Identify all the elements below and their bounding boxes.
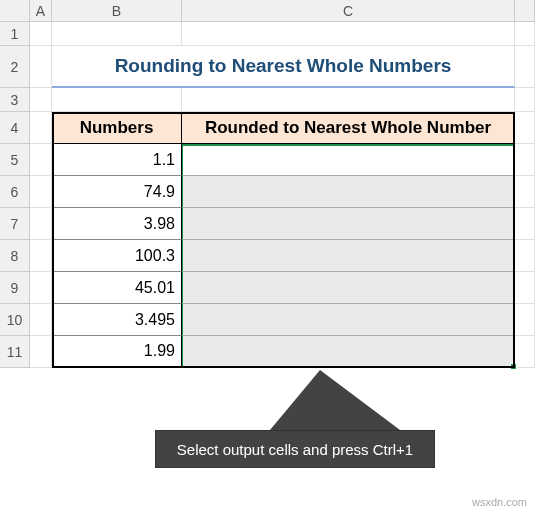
cell-b3[interactable] xyxy=(52,88,182,112)
table-header-numbers[interactable]: Numbers xyxy=(52,112,182,144)
col-header-c[interactable]: C xyxy=(182,0,515,22)
cell-d11[interactable] xyxy=(515,336,535,368)
row-header-5[interactable]: 5 xyxy=(0,144,30,176)
cell-d8[interactable] xyxy=(515,240,535,272)
watermark-text: wsxdn.com xyxy=(472,496,527,508)
spreadsheet-grid[interactable]: A B C 1 2 3 4 5 6 7 8 9 10 11 Rounding t… xyxy=(0,0,535,368)
col-header-blank xyxy=(515,0,535,22)
select-all-corner[interactable] xyxy=(0,0,30,22)
cell-d4[interactable] xyxy=(515,112,535,144)
cell-a7[interactable] xyxy=(30,208,52,240)
cell-b1[interactable] xyxy=(52,22,182,46)
cell-c5[interactable] xyxy=(182,144,515,176)
cell-d2[interactable] xyxy=(515,46,535,88)
cell-c10[interactable] xyxy=(182,304,515,336)
cell-b7[interactable]: 3.98 xyxy=(52,208,182,240)
cell-a10[interactable] xyxy=(30,304,52,336)
cell-b10[interactable]: 3.495 xyxy=(52,304,182,336)
cell-a2[interactable] xyxy=(30,46,52,88)
cell-b11[interactable]: 1.99 xyxy=(52,336,182,368)
cell-d7[interactable] xyxy=(515,208,535,240)
cell-b9[interactable]: 45.01 xyxy=(52,272,182,304)
cell-a9[interactable] xyxy=(30,272,52,304)
cell-c8[interactable] xyxy=(182,240,515,272)
cell-a8[interactable] xyxy=(30,240,52,272)
cell-c7[interactable] xyxy=(182,208,515,240)
cell-d6[interactable] xyxy=(515,176,535,208)
row-header-9[interactable]: 9 xyxy=(0,272,30,304)
cell-d5[interactable] xyxy=(515,144,535,176)
fill-handle[interactable] xyxy=(510,363,517,370)
cell-b6[interactable]: 74.9 xyxy=(52,176,182,208)
cell-b5[interactable]: 1.1 xyxy=(52,144,182,176)
cell-a11[interactable] xyxy=(30,336,52,368)
col-header-a[interactable]: A xyxy=(30,0,52,22)
cell-c6[interactable] xyxy=(182,176,515,208)
row-header-2[interactable]: 2 xyxy=(0,46,30,88)
cell-a3[interactable] xyxy=(30,88,52,112)
row-header-6[interactable]: 6 xyxy=(0,176,30,208)
table-header-rounded[interactable]: Rounded to Nearest Whole Number xyxy=(182,112,515,144)
cell-c9[interactable] xyxy=(182,272,515,304)
row-header-7[interactable]: 7 xyxy=(0,208,30,240)
callout-arrow-icon xyxy=(270,370,400,430)
cell-a1[interactable] xyxy=(30,22,52,46)
col-header-b[interactable]: B xyxy=(52,0,182,22)
page-title: Rounding to Nearest Whole Numbers xyxy=(52,46,515,88)
cell-a4[interactable] xyxy=(30,112,52,144)
row-header-10[interactable]: 10 xyxy=(0,304,30,336)
row-header-4[interactable]: 4 xyxy=(0,112,30,144)
row-header-3[interactable]: 3 xyxy=(0,88,30,112)
cell-a6[interactable] xyxy=(30,176,52,208)
cell-d9[interactable] xyxy=(515,272,535,304)
cell-a5[interactable] xyxy=(30,144,52,176)
instruction-callout: Select output cells and press Ctrl+1 xyxy=(155,430,435,468)
cell-d10[interactable] xyxy=(515,304,535,336)
cell-b8[interactable]: 100.3 xyxy=(52,240,182,272)
row-header-1[interactable]: 1 xyxy=(0,22,30,46)
cell-c1[interactable] xyxy=(182,22,515,46)
cell-c11[interactable] xyxy=(182,336,515,368)
cell-d3[interactable] xyxy=(515,88,535,112)
row-header-11[interactable]: 11 xyxy=(0,336,30,368)
cell-d1[interactable] xyxy=(515,22,535,46)
cell-c3[interactable] xyxy=(182,88,515,112)
row-header-8[interactable]: 8 xyxy=(0,240,30,272)
